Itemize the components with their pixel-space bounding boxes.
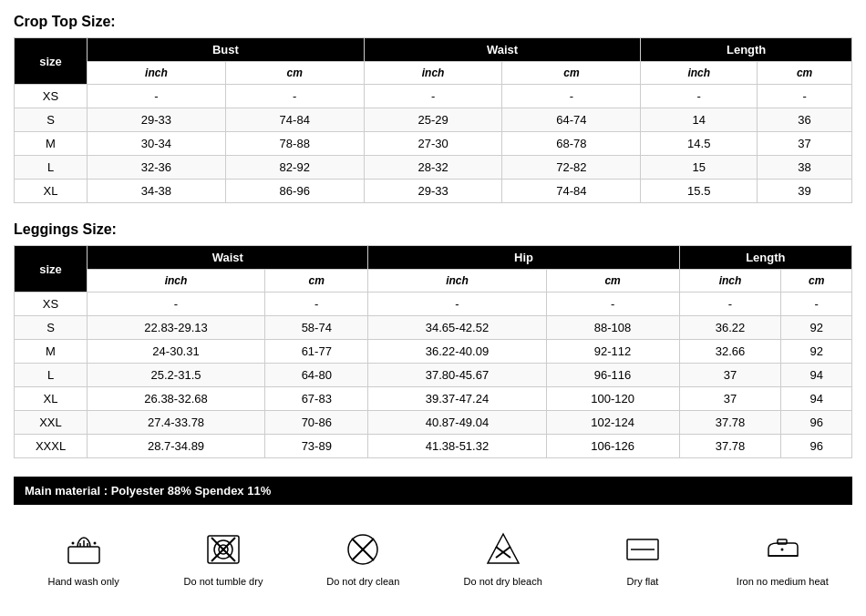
waist-cm: cm (502, 62, 641, 85)
svg-point-21 (781, 549, 784, 551)
dry-flat-label: Dry flat (627, 576, 659, 587)
table-row: XL26.38-32.6867-8339.37-47.24100-1203794 (15, 387, 852, 411)
svg-marker-14 (488, 534, 519, 563)
iron-label: Iron no medium heat (737, 576, 829, 587)
bust-header: Bust (88, 38, 365, 62)
crop-top-title: Crop Top Size: (14, 14, 852, 30)
leggings-length-inch: inch (679, 270, 781, 293)
length-inch: inch (641, 62, 758, 85)
leggings-section: Leggings Size: size Waist Hip Length inc… (14, 221, 852, 458)
leggings-hip-inch: inch (368, 270, 546, 293)
no-bleach-icon (481, 528, 525, 571)
care-handwash: Hand wash only (25, 528, 143, 587)
table-row: M30-3478-8827-3068-7814.537 (15, 132, 852, 156)
table-row: L32-3682-9228-3272-821538 (15, 156, 852, 180)
leggings-hip-header: Hip (368, 246, 679, 270)
handwash-label: Hand wash only (48, 576, 119, 587)
svg-rect-20 (778, 539, 787, 544)
hand-wash-icon (62, 528, 106, 571)
care-iron: Iron no medium heat (723, 528, 841, 587)
crop-top-table: size Bust Waist Length inch cm inch cm i… (14, 37, 852, 203)
care-dry-flat: Dry flat (583, 528, 702, 587)
care-no-tumble: Do not tumble dry (164, 528, 283, 587)
leggings-length-header: Length (679, 246, 851, 270)
material-bar: Main material : Polyester 88% Spendex 11… (14, 477, 852, 505)
table-row: M24-30.3161-7736.22-40.0992-11232.6692 (15, 340, 852, 364)
leggings-tbody: XS------S22.83-29.1358-7434.65-42.5288-1… (15, 293, 852, 458)
svg-rect-0 (68, 547, 99, 563)
table-row: XXL27.4-33.7870-8640.87-49.04102-12437.7… (15, 411, 852, 435)
table-row: L25.2-31.564-8037.80-45.6796-1163794 (15, 364, 852, 387)
no-tumble-label: Do not tumble dry (184, 576, 263, 587)
no-tumble-icon (201, 528, 245, 571)
leggings-title: Leggings Size: (14, 221, 852, 238)
bust-cm: cm (225, 62, 364, 85)
leggings-size-header: size (15, 246, 88, 293)
care-instructions: Hand wash only Do not tumble dry D (14, 518, 852, 596)
waist-header: Waist (364, 38, 641, 62)
table-row: XS------ (15, 85, 852, 108)
iron-icon (760, 528, 804, 571)
care-no-bleach: Do not dry bleach (444, 528, 562, 587)
size-header: size (15, 38, 88, 85)
no-dry-clean-icon (341, 528, 385, 571)
length-header: Length (641, 38, 852, 62)
material-text: Main material : Polyester 88% Spendex 11… (25, 484, 271, 498)
leggings-length-cm: cm (781, 270, 852, 293)
table-row: XXXL28.7-34.8973-8941.38-51.32106-12637.… (15, 435, 852, 458)
leggings-waist-cm: cm (265, 270, 368, 293)
svg-point-4 (71, 542, 74, 545)
dry-flat-icon (621, 528, 665, 571)
waist-inch: inch (364, 62, 502, 85)
no-bleach-label: Do not dry bleach (464, 576, 542, 587)
table-row: S22.83-29.1358-7434.65-42.5288-10836.229… (15, 316, 852, 340)
table-row: S29-3374-8425-2964-741436 (15, 108, 852, 132)
table-row: XS------ (15, 293, 852, 316)
leggings-waist-inch: inch (88, 270, 265, 293)
leggings-waist-header: Waist (88, 246, 368, 270)
crop-top-section: Crop Top Size: size Bust Waist Length in… (14, 14, 852, 203)
svg-point-5 (93, 542, 96, 545)
leggings-table: size Waist Hip Length inch cm inch cm in… (14, 245, 852, 458)
table-row: XL34-3886-9629-3374-8415.539 (15, 180, 852, 203)
crop-top-tbody: XS------S29-3374-8425-2964-741436M30-347… (15, 85, 852, 203)
bust-inch: inch (88, 62, 226, 85)
length-cm: cm (758, 62, 852, 85)
leggings-hip-cm: cm (546, 270, 679, 293)
no-dry-clean-label: Do not dry clean (326, 576, 399, 587)
care-no-dry-clean: Do not dry clean (304, 528, 422, 587)
